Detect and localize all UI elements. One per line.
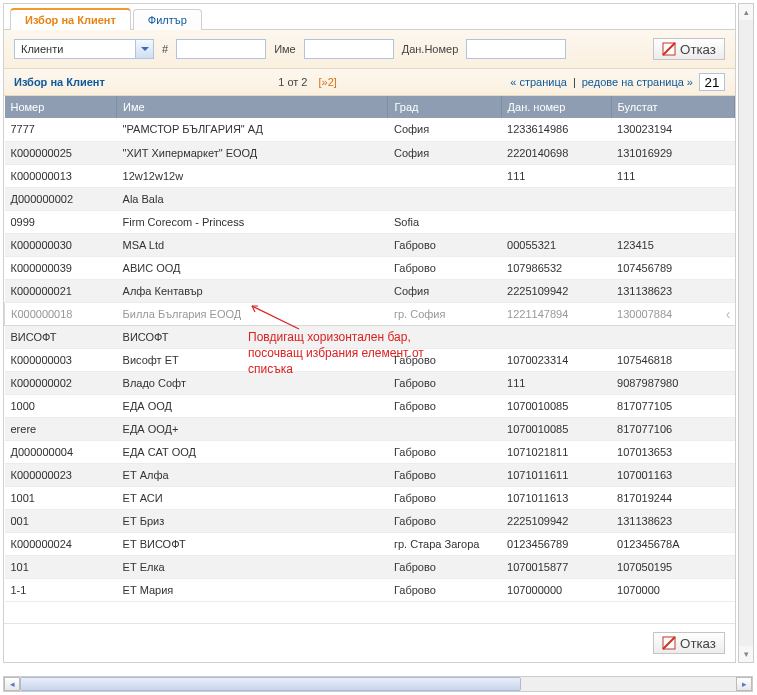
table-row[interactable]: К000000030MSA LtdГаброво00055321123415	[5, 233, 735, 256]
cell-dan	[501, 187, 611, 210]
cell-ime: Firm Corecom - Princess	[117, 210, 388, 233]
cell-ime: "РАМСТОР БЪЛГАРИЯ" АД	[117, 118, 388, 141]
table-row[interactable]: Д000000002Ala Bala	[5, 187, 735, 210]
table-wrap: Номер Име Град Дан. номер Булстат 7777"Р…	[4, 96, 735, 602]
name-input[interactable]	[304, 39, 394, 59]
table-row[interactable]: 001ЕТ БризГаброво2225109942131138623	[5, 509, 735, 532]
cell-nomer: 7777	[5, 118, 117, 141]
rows-per-page-link[interactable]: редове на страница »	[582, 76, 693, 88]
cell-dan: 107986532	[501, 256, 611, 279]
cell-bulstat: 1070000	[611, 578, 734, 601]
cell-nomer: erere	[5, 417, 117, 440]
cell-dan: 107000000	[501, 578, 611, 601]
table-row[interactable]: 101ЕТ ЕлкаГаброво1070015877107050195	[5, 555, 735, 578]
scroll-thumb[interactable]	[20, 677, 521, 691]
scroll-up-icon[interactable]: ▴	[739, 4, 753, 20]
horizontal-scrollbar[interactable]: ◂ ▸	[3, 676, 753, 692]
table-row[interactable]: 1000ЕДА ООДГаброво1070010085817077105	[5, 394, 735, 417]
number-label: #	[162, 43, 168, 55]
table-row[interactable]: К000000018Билла България ЕООДгр. София12…	[5, 302, 735, 325]
table-row[interactable]: К000000023ЕТ АлфаГаброво1071011611107001…	[5, 463, 735, 486]
cell-grad: Габрово	[388, 348, 501, 371]
table-row[interactable]: К000000002Владо СофтГаброво1119087987980	[5, 371, 735, 394]
cell-ime: ЕТ АСИ	[117, 486, 388, 509]
col-header-dan[interactable]: Дан. номер	[501, 96, 611, 118]
cell-ime: ЕДА ООД	[117, 394, 388, 417]
rows-separator: |	[573, 76, 576, 88]
rows-per-page-input[interactable]	[699, 73, 725, 91]
chevron-left-icon[interactable]: ‹	[723, 302, 733, 325]
col-header-nomer[interactable]: Номер	[5, 96, 117, 118]
cancel-button-top[interactable]: Отказ	[653, 38, 725, 60]
cell-nomer: Д000000004	[5, 440, 117, 463]
dropdown-arrow-icon[interactable]	[135, 40, 153, 58]
cell-bulstat: 131138623	[611, 509, 734, 532]
cell-bulstat	[611, 187, 734, 210]
cancel-button-bottom[interactable]: Отказ	[653, 632, 725, 654]
prev-page-link[interactable]: « страница	[510, 76, 567, 88]
table-row[interactable]: 1001ЕТ АСИГаброво1071011613817019244	[5, 486, 735, 509]
cell-grad	[388, 325, 501, 348]
cell-nomer: К000000003	[5, 348, 117, 371]
cell-dan: 00055321	[501, 233, 611, 256]
cell-grad: Габрово	[388, 578, 501, 601]
cell-nomer: К000000039	[5, 256, 117, 279]
table-row[interactable]: 1-1ЕТ МарияГаброво1070000001070000	[5, 578, 735, 601]
vertical-scrollbar[interactable]: ▴ ▾	[738, 3, 754, 663]
table-row[interactable]: К00000001312w12w12w111111	[5, 164, 735, 187]
dan-input[interactable]	[466, 39, 566, 59]
cell-bulstat: 012345678A	[611, 532, 734, 555]
table-row[interactable]: Д000000004ЕДА САТ ООДГаброво107102181110…	[5, 440, 735, 463]
cell-bulstat: 111	[611, 164, 734, 187]
cancel-icon	[662, 42, 676, 56]
scroll-down-icon[interactable]: ▾	[739, 646, 753, 662]
number-input[interactable]	[176, 39, 266, 59]
cell-grad: Габрово	[388, 555, 501, 578]
cell-dan: 2225109942	[501, 279, 611, 302]
cell-ime: "ХИТ Хипермаркет" ЕООД	[117, 141, 388, 164]
clients-dropdown[interactable]: Клиенти	[14, 39, 154, 59]
cell-nomer: ВИСОФТ	[5, 325, 117, 348]
cell-nomer: 1001	[5, 486, 117, 509]
dialog-panel: Избор на Клиент Филтър Клиенти # Име Дан…	[3, 3, 736, 663]
cell-bulstat: 107050195	[611, 555, 734, 578]
cell-ime: MSA Ltd	[117, 233, 388, 256]
pager-title: Избор на Клиент	[14, 76, 105, 88]
table-row[interactable]: 0999Firm Corecom - PrincessSofia	[5, 210, 735, 233]
col-header-ime[interactable]: Име	[117, 96, 388, 118]
cell-grad: София	[388, 279, 501, 302]
table-row[interactable]: К000000021Алфа КентавърСофия222510994213…	[5, 279, 735, 302]
cell-bulstat: 107456789	[611, 256, 734, 279]
cell-nomer: 0999	[5, 210, 117, 233]
cell-bulstat: 817019244	[611, 486, 734, 509]
cell-dan: 1070010085	[501, 417, 611, 440]
col-header-bulstat[interactable]: Булстат	[611, 96, 734, 118]
cell-ime: Владо Софт	[117, 371, 388, 394]
clients-dropdown-value: Клиенти	[15, 43, 135, 55]
cell-nomer: К000000024	[5, 532, 117, 555]
next-page-link[interactable]: [»2]	[319, 76, 337, 88]
table-row[interactable]: 7777"РАМСТОР БЪЛГАРИЯ" АДСофия1233614986…	[5, 118, 735, 141]
table-row[interactable]: К000000024ЕТ ВИСОФТгр. Стара Загора01234…	[5, 532, 735, 555]
cell-ime: ЕТ Бриз	[117, 509, 388, 532]
scroll-right-icon[interactable]: ▸	[736, 677, 752, 691]
table-row[interactable]: erereЕДА ООД+1070010085817077106	[5, 417, 735, 440]
cancel-button-label: Отказ	[680, 636, 716, 651]
cell-bulstat	[611, 325, 734, 348]
cell-bulstat: 107013653	[611, 440, 734, 463]
table-row[interactable]: К000000039АВИС ООДГаброво107986532107456…	[5, 256, 735, 279]
cell-bulstat: 130007884	[611, 302, 734, 325]
table-row[interactable]: К000000003Висофт ЕТГаброво10700233141075…	[5, 348, 735, 371]
tab-select-client[interactable]: Избор на Клиент	[10, 8, 131, 30]
cell-dan: 1071021811	[501, 440, 611, 463]
scroll-track[interactable]	[20, 677, 736, 691]
col-header-grad[interactable]: Град	[388, 96, 501, 118]
scroll-left-icon[interactable]: ◂	[4, 677, 20, 691]
table-row[interactable]: ВИСОФТВИСОФТ	[5, 325, 735, 348]
cell-grad: Габрово	[388, 440, 501, 463]
tab-filter[interactable]: Филтър	[133, 9, 202, 30]
cell-nomer: К000000013	[5, 164, 117, 187]
table-row[interactable]: К000000025"ХИТ Хипермаркет" ЕООДСофия222…	[5, 141, 735, 164]
dan-label: Дан.Номер	[402, 43, 459, 55]
cancel-icon	[662, 636, 676, 650]
